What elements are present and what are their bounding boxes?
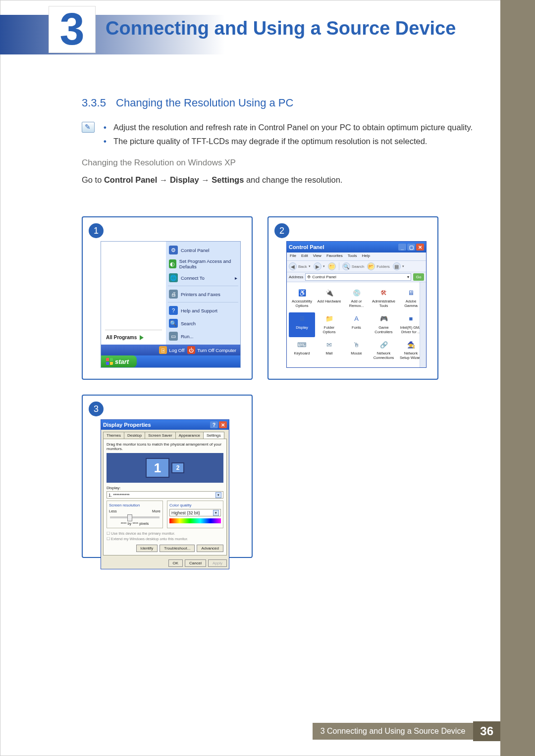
- cp-item-keyboard[interactable]: ⌨Keyboard: [289, 338, 315, 363]
- shutdown-button[interactable]: ⏻ Turn Off Computer: [187, 346, 236, 354]
- section-title: Changing the Resolution Using a PC: [116, 97, 293, 109]
- cp-item-add-hardware[interactable]: 🔌Add Hardware: [316, 286, 342, 311]
- tab-themes[interactable]: Themes: [103, 432, 124, 439]
- tab-settings[interactable]: Settings: [203, 432, 224, 439]
- toolbar: ◀Back▾ ▶▾ 📁 🔍Search 📂Folders ▦▾: [287, 260, 426, 272]
- menubar: FileEditViewFavoritesToolsHelp: [287, 252, 426, 260]
- start-menu-item[interactable]: ?Help and Support: [168, 304, 238, 317]
- start-menu-item[interactable]: 🌐Connect To▸: [168, 271, 238, 284]
- resolution-slider[interactable]: [110, 516, 160, 518]
- cp-item-icon: 🔗: [378, 339, 389, 350]
- cp-item-network-connections[interactable]: 🔗Network Connections: [371, 338, 397, 363]
- address-input[interactable]: ⚙ Control Panel ▾: [305, 273, 411, 281]
- cp-item-icon: 🔌: [324, 287, 335, 298]
- side-strip: [500, 0, 535, 756]
- screenshot-3: 3 Display Properties ? ✕ ThemesDesktopSc…: [82, 395, 253, 558]
- cp-item-add-or-remov-[interactable]: 💿Add or Remov...: [343, 286, 370, 311]
- menu-item-icon: ◐: [169, 259, 176, 268]
- all-programs[interactable]: All Programs: [105, 332, 162, 343]
- cp-item-fonts[interactable]: AFonts: [343, 312, 370, 338]
- screenshot-number: 1: [89, 223, 104, 238]
- advanced-button[interactable]: Advanced: [197, 545, 223, 552]
- screenshots-row: 1 All Programs ⚙Control Panel◐Set Progra…: [82, 216, 488, 380]
- menu-help[interactable]: Help: [362, 253, 370, 259]
- instruction-path: Control Panel → Display → Settings: [104, 175, 244, 184]
- screenshot-number: 2: [274, 223, 289, 238]
- cp-item-folder-options[interactable]: 📁Folder Options: [316, 312, 342, 338]
- dropdown-icon[interactable]: ▾: [407, 275, 409, 279]
- display-select[interactable]: 1. ********** ▾: [107, 491, 223, 499]
- dropdown-icon[interactable]: ▾: [213, 510, 219, 516]
- chevron-right-icon: ▸: [235, 275, 237, 281]
- start-menu-item[interactable]: 🔍Search: [168, 317, 238, 330]
- folders-button[interactable]: 📂Folders: [367, 262, 390, 270]
- color-quality-select[interactable]: Highest (32 bit) ▾: [169, 509, 221, 516]
- menu-view[interactable]: View: [313, 253, 321, 259]
- page-footer: 3 Connecting and Using a Source Device 3…: [0, 721, 500, 741]
- checkbox-group: ☐ Use this device as the primary monitor…: [107, 531, 223, 542]
- cp-item-icon: 📁: [324, 313, 335, 324]
- cp-item-adobe-gamma[interactable]: 🖥Adobe Gamma: [398, 286, 424, 311]
- tab-screen-saver[interactable]: Screen Saver: [145, 432, 175, 439]
- search-button[interactable]: 🔍Search: [342, 262, 364, 270]
- cp-item-icon: ⌨: [297, 339, 308, 350]
- cp-item-display[interactable]: 🖥Display: [289, 312, 315, 338]
- go-button[interactable]: Go: [413, 273, 424, 281]
- dropdown-icon[interactable]: ▾: [215, 492, 221, 498]
- start-menu-item[interactable]: ▭Run...: [168, 330, 238, 343]
- back-button[interactable]: ◀Back▾: [289, 262, 311, 270]
- search-icon: 🔍: [342, 262, 350, 270]
- help-button[interactable]: ?: [210, 421, 218, 428]
- screenshot-number: 3: [89, 402, 104, 416]
- minimize-button[interactable]: _: [398, 244, 406, 251]
- start-menu-item[interactable]: ◐Set Program Access and Defaults: [168, 256, 238, 271]
- cp-item-mouse[interactable]: 🖱Mouse: [343, 338, 370, 363]
- menu-file[interactable]: File: [290, 253, 296, 259]
- window-titlebar: Control Panel _ ▢ ✕: [287, 242, 426, 252]
- monitor-1[interactable]: 1: [146, 458, 169, 478]
- section-number: 3.3.5: [82, 97, 106, 109]
- views-button[interactable]: ▦▾: [393, 262, 404, 270]
- menu-favorites[interactable]: Favorites: [326, 253, 343, 259]
- menu-tools[interactable]: Tools: [348, 253, 357, 259]
- menu-edit[interactable]: Edit: [301, 253, 308, 259]
- start-button[interactable]: start: [101, 355, 137, 367]
- primary-monitor-checkbox[interactable]: ☐ Use this device as the primary monitor…: [107, 531, 223, 536]
- extend-desktop-checkbox[interactable]: ☐ Extend my Windows desktop onto this mo…: [107, 536, 223, 542]
- logoff-button[interactable]: ⍈ Log Off: [159, 346, 184, 354]
- start-menu-item[interactable]: ⚙Control Panel: [168, 244, 238, 256]
- chapter-number-box: 3: [49, 6, 96, 53]
- cp-item-network-setup-wizard[interactable]: 🧙Network Setup Wizard: [398, 338, 424, 363]
- troubleshoot-button[interactable]: Troubleshoot...: [160, 545, 195, 552]
- settings-panel: Drag the monitor icons to match the phys…: [103, 439, 227, 555]
- start-menu-item[interactable]: 🖨Printers and Faxes: [168, 288, 238, 301]
- apply-button[interactable]: Apply: [208, 559, 227, 567]
- control-panel-window: Control Panel _ ▢ ✕ FileEditViewFavorite…: [286, 241, 427, 368]
- cp-item-icon: ■: [406, 313, 417, 324]
- menu-item-icon: ?: [169, 306, 178, 315]
- ok-button[interactable]: OK: [168, 559, 183, 567]
- cp-item-game-controllers[interactable]: 🎮Game Controllers: [371, 312, 397, 338]
- identify-button[interactable]: Identify: [136, 545, 158, 552]
- forward-button[interactable]: ▶▾: [314, 262, 325, 270]
- monitor-2[interactable]: 2: [171, 462, 184, 473]
- cp-item-icon: ♿: [297, 287, 308, 298]
- cp-item-administrative-tools[interactable]: 🛠Administrative Tools: [371, 286, 397, 311]
- maximize-button[interactable]: ▢: [407, 244, 415, 251]
- tab-strip: ThemesDesktopScreen SaverAppearanceSetti…: [101, 430, 229, 439]
- cp-item-icon: 🛠: [378, 287, 389, 298]
- monitor-arrangement[interactable]: 1 2: [107, 453, 223, 483]
- cp-item-accessibility-options[interactable]: ♿Accessibility Options: [289, 286, 315, 311]
- display-properties-window: Display Properties ? ✕ ThemesDesktopScre…: [101, 419, 229, 569]
- cp-item-mail[interactable]: ✉Mail: [316, 338, 342, 363]
- tab-appearance[interactable]: Appearance: [175, 432, 204, 439]
- tab-desktop[interactable]: Desktop: [124, 432, 145, 439]
- note-block: Adjust the resolution and refresh rate i…: [82, 120, 488, 148]
- close-button[interactable]: ✕: [219, 421, 227, 428]
- up-button[interactable]: 📁: [328, 262, 336, 270]
- chapter-title: Connecting and Using a Source Device: [106, 18, 456, 39]
- cp-item-icon: 🖱: [351, 339, 362, 350]
- cp-item-intel-r-gma-driver-for-[interactable]: ■Intel(R) GMA Driver for ...: [398, 312, 424, 338]
- cancel-button[interactable]: Cancel: [185, 559, 206, 567]
- close-button[interactable]: ✕: [416, 244, 424, 251]
